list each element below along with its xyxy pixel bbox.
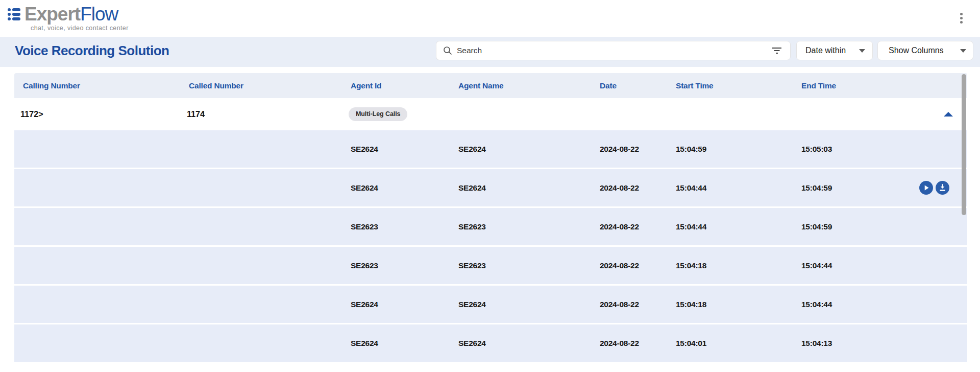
cell-agent-name: SE2623 <box>458 208 486 245</box>
recordings-table: Calling Number Called Number Agent Id Ag… <box>14 73 967 372</box>
cell-agent-id: SE2624 <box>351 130 378 168</box>
table-row[interactable]: SE2624 SE2624 2024-08-22 15:04:01 15:04:… <box>14 324 967 362</box>
table-header-row: Calling Number Called Number Agent Id Ag… <box>14 73 967 98</box>
col-header-start-time: Start Time <box>676 73 714 98</box>
date-within-dropdown[interactable]: Date within <box>796 41 873 60</box>
col-header-end-time: End Time <box>801 73 836 98</box>
table-row[interactable]: SE2624 SE2624 2024-08-22 15:04:18 15:04:… <box>14 286 967 323</box>
group-called-number: 1174 <box>187 98 205 130</box>
cell-start-time: 15:04:18 <box>676 286 706 323</box>
search-input[interactable] <box>457 46 772 55</box>
table-row[interactable]: SE2624 SE2624 2024-08-22 15:04:59 15:05:… <box>14 130 967 168</box>
table-row[interactable]: SE2624 SE2624 2024-08-22 15:04:44 15:04:… <box>14 169 967 206</box>
download-button[interactable] <box>936 181 949 195</box>
col-header-calling-number: Calling Number <box>23 73 80 98</box>
cell-agent-name: SE2624 <box>458 169 486 206</box>
expertflow-logo: ExpertFlow chat, voice, video contact ce… <box>7 5 129 32</box>
filter-list-icon[interactable] <box>772 47 782 54</box>
cell-end-time: 15:05:03 <box>801 130 832 168</box>
cell-agent-name: SE2623 <box>458 247 486 284</box>
cell-start-time: 15:04:44 <box>676 169 706 206</box>
cell-agent-id: SE2624 <box>351 324 378 362</box>
kebab-menu-icon[interactable] <box>955 12 967 24</box>
cell-date: 2024-08-22 <box>600 208 639 245</box>
col-header-agent-name: Agent Name <box>458 73 503 98</box>
table-row[interactable]: SE2623 SE2623 2024-08-22 15:04:18 15:04:… <box>14 247 967 284</box>
table-row[interactable]: SE2623 SE2623 2024-08-22 15:04:44 15:04:… <box>14 208 967 245</box>
search-box[interactable] <box>436 41 791 60</box>
search-icon <box>443 46 452 55</box>
chevron-down-icon <box>960 49 966 53</box>
cell-start-time: 15:04:44 <box>676 208 706 245</box>
cell-end-time: 15:04:59 <box>801 208 832 245</box>
vertical-scrollbar[interactable] <box>962 74 966 215</box>
cell-start-time: 15:04:01 <box>676 324 706 362</box>
chevron-down-icon <box>859 49 865 53</box>
cell-agent-id: SE2623 <box>351 208 378 245</box>
page-title: Voice Recording Solution <box>15 43 169 59</box>
cell-end-time: 15:04:44 <box>801 247 832 284</box>
table-rows: SE2624 SE2624 2024-08-22 15:04:59 15:05:… <box>14 130 967 363</box>
cell-date: 2024-08-22 <box>600 286 639 323</box>
cell-date: 2024-08-22 <box>600 169 639 206</box>
col-header-agent-id: Agent Id <box>351 73 381 98</box>
cell-date: 2024-08-22 <box>600 247 639 284</box>
cell-date: 2024-08-22 <box>600 324 639 362</box>
cell-start-time: 15:04:18 <box>676 247 706 284</box>
app-header: ExpertFlow chat, voice, video contact ce… <box>0 0 980 37</box>
cell-agent-id: SE2623 <box>351 247 378 284</box>
col-header-date: Date <box>600 73 617 98</box>
row-actions <box>919 181 949 195</box>
play-button[interactable] <box>919 181 933 195</box>
brand-tagline: chat, voice, video contact center <box>31 25 129 32</box>
cell-agent-name: SE2624 <box>458 324 486 362</box>
date-within-label: Date within <box>805 46 846 55</box>
voice-recording-screen: ExpertFlow chat, voice, video contact ce… <box>0 0 980 372</box>
show-columns-label: Show Columns <box>889 46 944 55</box>
cell-agent-id: SE2624 <box>351 286 378 323</box>
cell-agent-name: SE2624 <box>458 130 486 168</box>
logo-icon <box>7 6 22 22</box>
multi-leg-calls-badge: Multi-Leg Calls <box>349 107 407 121</box>
cell-agent-id: SE2624 <box>351 169 378 206</box>
cell-end-time: 15:04:13 <box>801 324 832 362</box>
call-group-row[interactable]: 1172> 1174 Multi-Leg Calls <box>14 98 967 130</box>
cell-end-time: 15:04:59 <box>801 169 832 206</box>
collapse-up-arrow-icon[interactable] <box>944 112 953 117</box>
cell-start-time: 15:04:59 <box>676 130 706 168</box>
brand-name: ExpertFlow <box>24 5 118 24</box>
cell-end-time: 15:04:44 <box>801 286 832 323</box>
col-header-called-number: Called Number <box>189 73 243 98</box>
cell-agent-name: SE2624 <box>458 286 486 323</box>
show-columns-dropdown[interactable]: Show Columns <box>877 41 973 60</box>
cell-date: 2024-08-22 <box>600 130 639 168</box>
group-calling-number: 1172> <box>20 98 43 130</box>
